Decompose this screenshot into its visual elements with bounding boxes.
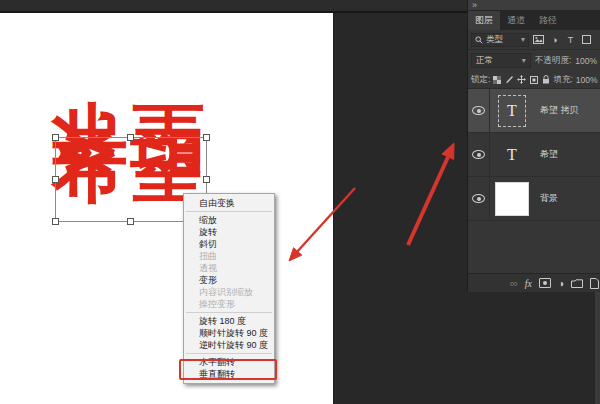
annotation-highlight-box: [179, 359, 277, 380]
menu-item[interactable]: 旋转: [184, 226, 274, 238]
panel-tab[interactable]: 图层: [468, 11, 500, 30]
menu-separator: [186, 353, 272, 354]
menu-item[interactable]: 顺时针旋转 90 度: [184, 327, 274, 339]
menu-item: 扭曲: [184, 250, 274, 262]
blend-mode-value: 正常: [476, 55, 493, 67]
layer-thumbnail[interactable]: T: [490, 95, 534, 127]
layer-filter-row: 类型 ▾ ◑ T: [468, 30, 600, 50]
text-layer-icon: T: [498, 139, 526, 171]
menu-separator: [186, 312, 272, 313]
menu-item: 内容识别缩放: [184, 286, 274, 298]
panel-bottom-bar: ∞ fx ◑: [468, 273, 600, 292]
menu-item[interactable]: 缩放: [184, 214, 274, 226]
menu-separator: [186, 211, 272, 212]
filter-kind-dropdown[interactable]: 类型 ▾: [471, 33, 529, 47]
filter-pixel-layers-icon[interactable]: [532, 33, 545, 46]
opacity-value[interactable]: 100%: [575, 56, 597, 66]
eye-icon: [472, 106, 485, 115]
transform-context-menu: 自由变换缩放旋转斜切扭曲透视变形内容识别缩放操控变形旋转 180 度顺时针旋转 …: [183, 193, 275, 384]
blend-mode-row: 正常 ▾ 不透明度: 100%: [468, 50, 600, 71]
fill-value[interactable]: 100%: [576, 75, 598, 85]
menu-item[interactable]: 斜切: [184, 238, 274, 250]
layer-name: 希望: [540, 148, 558, 161]
transform-handle[interactable]: [127, 134, 134, 141]
search-icon: [475, 36, 483, 44]
adjustment-layer-icon[interactable]: ◑: [558, 278, 564, 289]
visibility-toggle[interactable]: [468, 177, 490, 221]
panel-tabs: 图层通道路径: [468, 11, 600, 30]
panel-dock-header[interactable]: »: [468, 0, 600, 11]
lock-artboard-icon[interactable]: [530, 76, 538, 84]
layer-style-fx-icon[interactable]: fx: [525, 278, 532, 289]
arrow-to-layers: [408, 157, 448, 245]
photoshop-workspace: 希望 希望 自由变换缩放旋转斜切扭曲透视变形内容识别缩放操控变形旋转 180 度…: [0, 0, 600, 404]
menu-item[interactable]: 变形: [184, 274, 274, 286]
transform-handle[interactable]: [203, 176, 210, 183]
layer-row[interactable]: 背景: [468, 177, 600, 221]
lock-label: 锁定:: [471, 74, 490, 86]
menu-item: 透视: [184, 262, 274, 274]
opacity-label: 不透明度:: [535, 55, 571, 67]
add-layer-mask-icon[interactable]: [539, 278, 551, 288]
transform-handle[interactable]: [52, 134, 59, 141]
menu-item[interactable]: 自由变换: [184, 197, 274, 209]
panel-tab[interactable]: 通道: [500, 11, 532, 30]
link-layers-icon[interactable]: ∞: [510, 278, 518, 288]
panel-tab[interactable]: 路径: [532, 11, 564, 30]
document-canvas[interactable]: 希望 希望: [0, 13, 334, 404]
layer-name: 希望 拷贝: [540, 104, 579, 117]
collapse-panel-icon[interactable]: »: [472, 0, 477, 10]
filter-adjustment-layers-icon[interactable]: ◑: [548, 33, 561, 46]
lock-all-icon[interactable]: [542, 75, 550, 84]
lock-image-pixels-brush-icon[interactable]: [505, 76, 513, 84]
menu-item[interactable]: 旋转 180 度: [184, 315, 274, 327]
blend-mode-select[interactable]: 正常 ▾: [471, 53, 531, 68]
filter-type-layers-icon[interactable]: T: [564, 33, 577, 46]
transform-handle[interactable]: [52, 176, 59, 183]
chevron-down-icon: ▾: [522, 56, 526, 65]
menu-item: 操控变形: [184, 298, 274, 310]
layer-thumbnail[interactable]: [490, 182, 534, 216]
background-thumbnail: [495, 182, 529, 216]
layer-row[interactable]: T 希望: [468, 133, 600, 177]
filter-kind-label: 类型: [486, 34, 503, 46]
layers-panel: » 图层通道路径 类型 ▾ ◑ T: [467, 0, 600, 292]
menu-item[interactable]: 逆时针旋转 90 度: [184, 339, 274, 351]
lock-transparent-pixels-icon[interactable]: [493, 76, 501, 84]
new-layer-icon[interactable]: [590, 278, 599, 289]
visibility-toggle[interactable]: [468, 133, 490, 177]
chevron-down-icon: ▾: [521, 35, 525, 44]
layer-row[interactable]: T 希望 拷贝: [468, 89, 600, 133]
eye-icon: [472, 194, 485, 203]
visibility-toggle[interactable]: [468, 89, 490, 133]
arrowhead-to-layers: [442, 143, 454, 159]
text-layer-icon: T: [498, 95, 526, 127]
transform-handle[interactable]: [52, 218, 59, 225]
new-group-folder-icon[interactable]: [571, 279, 583, 288]
eye-icon: [472, 150, 485, 159]
lock-position-move-icon[interactable]: [517, 75, 526, 84]
transform-handle[interactable]: [203, 134, 210, 141]
lock-buttons: [493, 75, 550, 84]
layer-thumbnail[interactable]: T: [490, 139, 534, 171]
layer-name: 背景: [540, 192, 558, 205]
transform-handle[interactable]: [127, 218, 134, 225]
lock-row: 锁定:: [468, 71, 600, 89]
layer-list: T 希望 拷贝 T 希望 背景: [468, 89, 600, 221]
filter-shape-layers-icon[interactable]: [580, 33, 593, 46]
panel-dock-edge: [595, 292, 600, 404]
fill-label: 填充:: [553, 74, 572, 86]
